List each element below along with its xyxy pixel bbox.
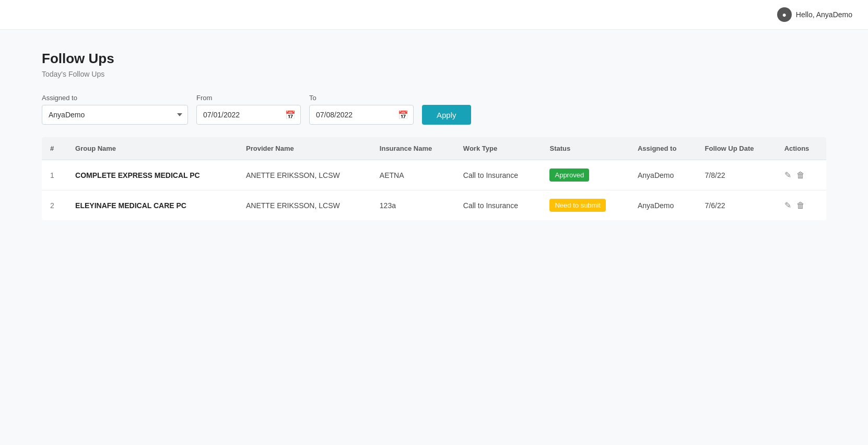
cell-follow-up-date: 7/8/22 bbox=[697, 160, 776, 190]
cell-insurance-name: AETNA bbox=[371, 160, 455, 190]
app-header: ● Hello, AnyaDemo bbox=[0, 0, 868, 30]
to-label: To bbox=[309, 94, 414, 102]
assigned-to-label: Assigned to bbox=[42, 94, 188, 102]
cell-provider-name: ANETTE ERIKSSON, LCSW bbox=[238, 160, 371, 190]
col-actions: Actions bbox=[776, 137, 826, 160]
page-title: Follow Ups bbox=[42, 51, 826, 67]
cell-status: Approved bbox=[541, 160, 629, 190]
assigned-to-filter: Assigned to AnyaDemo bbox=[42, 94, 188, 125]
delete-icon[interactable]: 🗑 bbox=[796, 201, 805, 210]
cell-actions: ✎ 🗑 bbox=[776, 190, 826, 221]
table-header-row: # Group Name Provider Name Insurance Nam… bbox=[42, 137, 826, 160]
delete-icon[interactable]: 🗑 bbox=[796, 171, 805, 180]
assigned-to-select[interactable]: AnyaDemo bbox=[42, 105, 188, 125]
cell-follow-up-date: 7/6/22 bbox=[697, 190, 776, 221]
col-insurance-name: Insurance Name bbox=[371, 137, 455, 160]
col-status: Status bbox=[541, 137, 629, 160]
table-row: 1 COMPLETE EXPRESS MEDICAL PC ANETTE ERI… bbox=[42, 160, 826, 190]
status-badge: Approved bbox=[549, 169, 589, 182]
from-input-wrapper: 📅 bbox=[196, 105, 301, 125]
cell-work-type: Call to Insurance bbox=[455, 190, 542, 221]
cell-group-name: ELEYINAFE MEDICAL CARE PC bbox=[67, 190, 238, 221]
filters-bar: Assigned to AnyaDemo From 📅 To 📅 Apply bbox=[42, 94, 826, 125]
cell-num: 1 bbox=[42, 160, 67, 190]
cell-actions: ✎ 🗑 bbox=[776, 160, 826, 190]
from-date-input[interactable] bbox=[196, 105, 301, 125]
cell-num: 2 bbox=[42, 190, 67, 221]
cell-provider-name: ANETTE ERIKSSON, LCSW bbox=[238, 190, 371, 221]
col-num: # bbox=[42, 137, 67, 160]
main-content: Follow Ups Today's Follow Ups Assigned t… bbox=[0, 30, 868, 241]
col-provider-name: Provider Name bbox=[238, 137, 371, 160]
to-date-input[interactable] bbox=[309, 105, 414, 125]
cell-assigned-to: AnyaDemo bbox=[629, 160, 697, 190]
cell-work-type: Call to Insurance bbox=[455, 160, 542, 190]
apply-button[interactable]: Apply bbox=[422, 105, 471, 125]
follow-ups-table: # Group Name Provider Name Insurance Nam… bbox=[42, 137, 826, 220]
status-badge: Need to submit bbox=[549, 199, 605, 212]
page-subtitle: Today's Follow Ups bbox=[42, 70, 826, 78]
col-group-name: Group Name bbox=[67, 137, 238, 160]
user-avatar-icon: ● bbox=[777, 7, 792, 22]
from-label: From bbox=[196, 94, 301, 102]
cell-status: Need to submit bbox=[541, 190, 629, 221]
to-input-wrapper: 📅 bbox=[309, 105, 414, 125]
table-row: 2 ELEYINAFE MEDICAL CARE PC ANETTE ERIKS… bbox=[42, 190, 826, 221]
edit-icon[interactable]: ✎ bbox=[784, 200, 791, 210]
col-assigned-to: Assigned to bbox=[629, 137, 697, 160]
user-greeting: Hello, AnyaDemo bbox=[796, 10, 852, 19]
col-follow-up-date: Follow Up Date bbox=[697, 137, 776, 160]
edit-icon[interactable]: ✎ bbox=[784, 170, 791, 180]
user-info: ● Hello, AnyaDemo bbox=[777, 7, 852, 22]
to-date-filter: To 📅 bbox=[309, 94, 414, 125]
cell-insurance-name: 123a bbox=[371, 190, 455, 221]
cell-assigned-to: AnyaDemo bbox=[629, 190, 697, 221]
from-date-filter: From 📅 bbox=[196, 94, 301, 125]
cell-group-name: COMPLETE EXPRESS MEDICAL PC bbox=[67, 160, 238, 190]
col-work-type: Work Type bbox=[455, 137, 542, 160]
